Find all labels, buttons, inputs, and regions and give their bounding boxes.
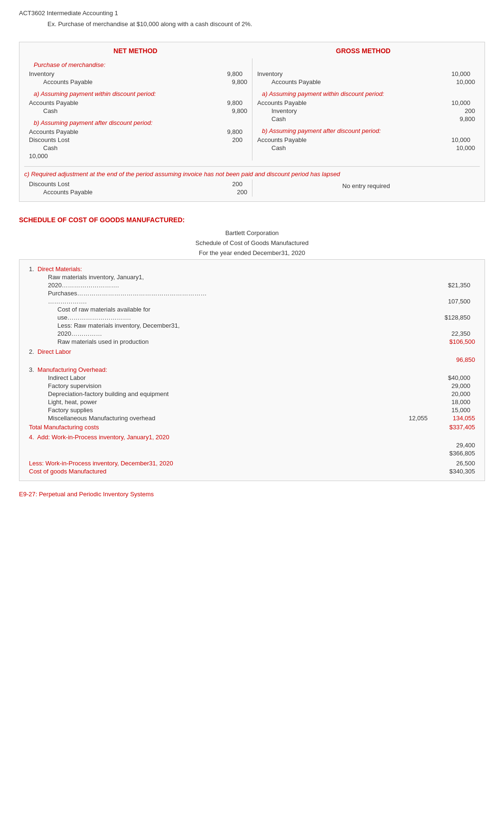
- purchase-label-net: Purchase of merchandise:: [34, 61, 247, 68]
- net-c-col: Discounts Lost 200 Accounts Payable 200: [24, 180, 252, 197]
- cogm-amount: $340,305: [432, 468, 475, 475]
- total-manuf-col1: [390, 424, 432, 431]
- dm-cost-avail-label: Cost of raw materials available for: [29, 306, 475, 313]
- gross-inventory-debit: 10,000: [447, 70, 475, 77]
- c-title: c) Required adjustment at the end of the…: [24, 170, 480, 178]
- course-title: ACT3602 Intermediate Accounting 1: [19, 9, 485, 17]
- gross-a-section: a) Assuming payment within discount peri…: [257, 90, 475, 123]
- dl-amount: 96,850: [432, 356, 475, 363]
- dm-num: 1. Direct Materials:: [29, 265, 475, 273]
- net-b-title: b) Assuming payment after discount perio…: [34, 119, 247, 126]
- schedule-title: Schedule of Cost of Goods Manufactured: [19, 239, 485, 246]
- add-wip-label: 4. Add: Work-in-Process inventory, Janua…: [29, 434, 475, 441]
- gross-a-ap-label: Accounts Payable: [257, 99, 447, 106]
- net-b-ap-label: Accounts Payable: [29, 128, 219, 135]
- add-wip-amount-row: 29,400: [29, 442, 475, 449]
- net-c-ap-space: [186, 189, 214, 196]
- dl-title: Direct Labor: [37, 348, 71, 355]
- dm-raw-inv-label: Raw materials inventory, January1,: [29, 274, 475, 281]
- add-wip-amount: 29,400: [432, 442, 475, 449]
- net-inventory-label: Inventory: [29, 70, 219, 77]
- total-manuf-row: Total Manufacturing costs $337,405: [29, 424, 475, 431]
- gross-a-cash-space: [413, 115, 442, 123]
- dl-section-header: 2. Direct Labor: [29, 348, 475, 355]
- total-manuf-label: Total Manufacturing costs: [29, 424, 390, 431]
- net-a-ap-debit: 9,800: [219, 99, 247, 106]
- schedule-heading: SCHEDULE OF COST OF GOODS MANUFACTURED:: [19, 216, 485, 224]
- dm-section-header: 1. Direct Materials:: [29, 265, 475, 273]
- moh-indirect-label: Indirect Labor: [29, 374, 432, 381]
- gross-b-ap-debit: 10,000: [447, 136, 475, 143]
- net-a-cash-credit: 9,800: [214, 107, 247, 114]
- gross-method-col: Purchase of merchandise: Inventory 10,00…: [252, 58, 480, 161]
- gross-b-section: b) Assuming payment after discount perio…: [257, 127, 475, 151]
- dl-num: 2. Direct Labor: [29, 348, 475, 355]
- net-c-discounts-debit: 200: [219, 180, 247, 188]
- moh-factory-supplies-row: Factory supplies 15,000: [29, 407, 475, 414]
- net-b-section: b) Assuming payment after discount perio…: [29, 119, 247, 160]
- add-wip-col1: [390, 442, 432, 449]
- gross-ap-label: Accounts Payable: [257, 78, 413, 85]
- dm-purchases-row: Purchases………………………………………………………: [29, 290, 475, 297]
- dm-raw-inv-amount: $21,350: [432, 282, 475, 289]
- net-a-cash-row: Cash 9,800: [29, 107, 247, 114]
- moh-factory-sup-row: Factory supervision 29,000: [29, 382, 475, 389]
- net-c-ap-credit: 200: [214, 189, 247, 196]
- net-b-cash-value-row: 10,000: [29, 152, 247, 160]
- dm-raw-inv-year: 2020……………………….: [29, 282, 432, 289]
- total-manuf-amount: $337,405: [432, 424, 475, 431]
- methods-header: NET METHOD GROSS METHOD: [24, 47, 480, 55]
- moh-section-header: 3. Manufacturing Overhead:: [29, 366, 475, 373]
- moh-factory-supplies-label: Factory supplies: [29, 407, 432, 414]
- cogm-col1: [390, 468, 432, 475]
- net-a-cash-label: Cash: [29, 107, 186, 114]
- dl-amount-row: 96,850: [29, 356, 475, 363]
- dm-less-label: Less: Raw materials inventory, December3…: [29, 322, 475, 329]
- dm-less-row: Less: Raw materials inventory, December3…: [29, 322, 475, 329]
- net-b-discounts-label: Discounts Lost: [29, 136, 219, 143]
- moh-num: 3. Manufacturing Overhead:: [29, 366, 475, 373]
- less-wip-col1: [390, 460, 432, 467]
- gross-a-inv-label: Inventory: [257, 107, 413, 114]
- subtotal-amount: $366,805: [432, 450, 475, 457]
- company-name: Bartlett Corporation: [19, 229, 485, 236]
- gross-c-col: No entry required: [252, 180, 480, 197]
- gross-b-title: b) Assuming payment after discount perio…: [262, 127, 475, 134]
- moh-light-label: Light, heat, power: [29, 398, 432, 406]
- methods-section: NET METHOD GROSS METHOD Purchase of merc…: [19, 42, 485, 202]
- dm-purchases-amount: 107,500: [432, 298, 475, 305]
- gross-inventory-label: Inventory: [257, 70, 447, 77]
- gross-b-ap-label: Accounts Payable: [257, 136, 447, 143]
- gross-a-cash-row: Cash 9,800: [257, 115, 475, 123]
- moh-depreciation-amount: 20,000: [432, 390, 475, 397]
- net-method-title: NET METHOD: [113, 47, 158, 55]
- dm-cost-avail-use-row: use…………………………. $128,850: [29, 314, 475, 321]
- cogm-label: Cost of goods Manufactured: [29, 468, 390, 475]
- gross-b-cash-credit: 10,000: [442, 144, 475, 151]
- dm-purchases-label: Purchases………………………………………………………: [29, 290, 475, 297]
- gross-ap-space: [413, 78, 442, 85]
- net-c-ap-row: Accounts Payable 200: [29, 189, 247, 196]
- gross-a-title: a) Assuming payment within discount peri…: [262, 90, 475, 97]
- gross-inventory-row: Inventory 10,000: [257, 70, 475, 77]
- net-b-discounts-debit: 200: [219, 136, 247, 143]
- dl-col1: [390, 356, 432, 363]
- gross-c-no-entry: No entry required: [257, 180, 475, 189]
- net-c-discounts-row: Discounts Lost 200: [29, 180, 247, 188]
- schedule-table: 1. Direct Materials: Raw materials inven…: [19, 259, 485, 481]
- schedule-section: SCHEDULE OF COST OF GOODS MANUFACTURED: …: [19, 216, 485, 481]
- net-b-cash-label: Cash: [29, 144, 247, 151]
- gross-b-ap-row: Accounts Payable 10,000: [257, 136, 475, 143]
- gross-a-inv-row: Inventory 200: [257, 107, 475, 114]
- moh-factory-supplies-amount: 15,000: [432, 407, 475, 414]
- less-wip-label: Less: Work-in-Process inventory, Decembe…: [29, 460, 390, 467]
- less-wip-row: Less: Work-in-Process inventory, Decembe…: [29, 460, 475, 467]
- net-ap-credit: [186, 78, 214, 85]
- moh-misc-amount: 12,055: [390, 415, 432, 422]
- moh-indirect-row: Indirect Labor $40,000: [29, 374, 475, 381]
- net-inventory-row: Inventory 9,800: [29, 70, 247, 77]
- dm-raw-inv-row: Raw materials inventory, January1,: [29, 274, 475, 281]
- net-a-cash-space: [186, 107, 214, 114]
- moh-factory-sup-amount: 29,000: [432, 382, 475, 389]
- dm-less-amount: 22,350: [432, 330, 475, 337]
